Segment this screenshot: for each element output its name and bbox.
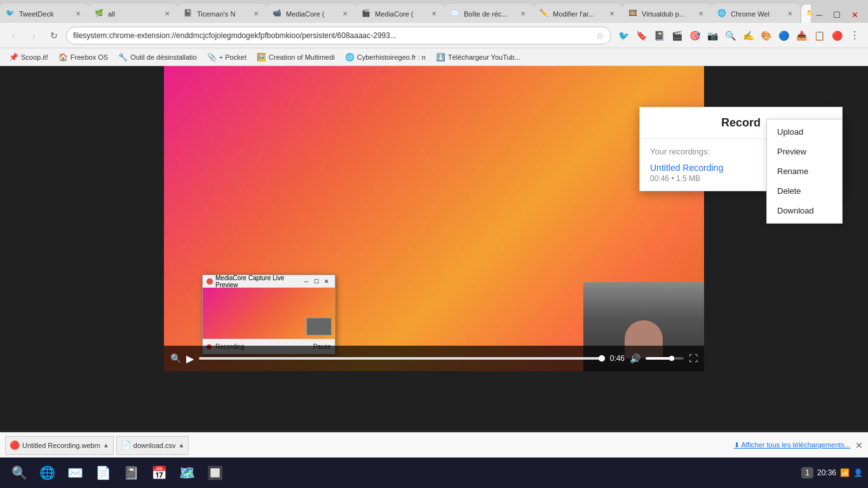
context-delete[interactable]: Delete	[767, 181, 842, 201]
bookmark-star-icon[interactable]: ☆	[596, 30, 604, 41]
extension-icon-11[interactable]: 📥	[793, 27, 810, 44]
tab-mediacore1[interactable]: 📹 MediaCore ( ✕	[267, 4, 356, 23]
tab-chromewel[interactable]: 🌐 Chrome Wel ✕	[712, 4, 801, 23]
bookmark-cyber[interactable]: 🌐 Cyberhistoiregeo.fr : n	[341, 51, 430, 63]
close-button[interactable]: ✕	[846, 6, 863, 23]
preview-close-dot[interactable]	[207, 278, 213, 285]
tab-close-all[interactable]: ✕	[162, 9, 172, 19]
tab-mediacore2[interactable]: 🎬 MediaCore ( ✕	[356, 4, 445, 23]
recording-meta: 00:46 • 1.5 MB	[650, 174, 723, 183]
taskbar-other[interactable]: 🔲	[202, 460, 227, 485]
bookmark-label-scoopit: Scoop.it!	[21, 53, 48, 61]
modifier-favicon: ✏️	[539, 9, 550, 19]
extension-icon-12[interactable]: 📋	[811, 27, 827, 44]
show-all-downloads-link[interactable]: ⬇ Afficher tous les téléchargements...	[734, 441, 850, 449]
bookmark-freebox[interactable]: 🏠 Freebox OS	[55, 51, 112, 63]
tab-close-modifier[interactable]: ✕	[607, 9, 617, 19]
tab-all[interactable]: 🌿 all ✕	[89, 4, 178, 23]
extension-icon-4[interactable]: 🎬	[668, 27, 685, 44]
more-button[interactable]: ⋮	[846, 27, 863, 44]
preview-content	[203, 288, 335, 339]
tab-bar: 🐦 TweetDeck ✕ 🌿 all ✕ 📓 Ticeman's N ✕ 📹 …	[0, 0, 868, 23]
volume-button[interactable]: 🔊	[630, 353, 641, 363]
extension-icon-10[interactable]: 🔵	[775, 27, 792, 44]
extension-icon-8[interactable]: ✍️	[740, 27, 756, 44]
video-controls: 🔍 ▶ 0:46 🔊 ⛶	[164, 346, 704, 371]
context-download[interactable]: Download	[767, 201, 842, 220]
preview-close-btn[interactable]: ✕	[322, 277, 331, 286]
context-upload[interactable]: Upload	[767, 122, 842, 142]
taskbar-onenote[interactable]: 📓	[118, 460, 144, 485]
bookmark-pocket[interactable]: 📎 + Pocket	[203, 51, 250, 63]
extension-icon-13[interactable]: 🔴	[829, 27, 845, 44]
bookmarks-bar: 📌 Scoop.it! 🏠 Freebox OS 🔧 Outil de dési…	[0, 48, 868, 66]
extension-icon-5[interactable]: 🎯	[686, 27, 703, 44]
taskbar-maps[interactable]: 🗺️	[174, 460, 200, 485]
address-bar[interactable]: filesystem:chrome-extension://enddmcjcfo…	[66, 27, 611, 44]
recording-info: Untitled Recording 00:46 • 1.5 MB	[650, 163, 723, 183]
volume-bar[interactable]	[646, 357, 684, 360]
bookmark-label-cyber: Cyberhistoiregeo.fr : n	[357, 53, 426, 61]
taskbar-user-icon[interactable]: 👤	[853, 468, 863, 477]
tab-gmail[interactable]: ✉️ Boîte de réc... ✕	[445, 4, 534, 23]
extension-icon-7[interactable]: 🔍	[722, 27, 738, 44]
ticeman-favicon: 📓	[184, 9, 194, 19]
bookmark-label-youtube: Téléchargeur YouTub...	[448, 53, 520, 61]
taskbar-gmail[interactable]: ✉️	[62, 460, 88, 485]
preview-window-buttons: ─ ☐ ✕	[302, 277, 331, 286]
bookmark-creation[interactable]: 🖼️ Creation of Multimedi	[253, 51, 339, 63]
tab-close-tweetdeck[interactable]: ✕	[73, 9, 83, 19]
extension-icon-6[interactable]: 📷	[704, 27, 721, 44]
play-button[interactable]: ▶	[186, 353, 194, 365]
download-item-webm[interactable]: 🔴 Untitled Recording.webm ▲	[5, 436, 114, 455]
back-button[interactable]: ‹	[5, 27, 22, 44]
preview-minimize-btn[interactable]: ─	[302, 277, 311, 286]
download-csv-arrow[interactable]: ▲	[178, 442, 184, 449]
downloads-bar-close[interactable]: ✕	[855, 440, 863, 451]
taskbar-search[interactable]: 🔍	[6, 460, 32, 485]
tab-close-mediacore2[interactable]: ✕	[429, 9, 439, 19]
context-preview[interactable]: Preview	[767, 142, 842, 161]
preview-title-text: MediaCore Capture Live Preview	[215, 274, 302, 288]
tab-tweetdeck[interactable]: 🐦 TweetDeck ✕	[0, 4, 89, 23]
forward-button[interactable]: ›	[25, 27, 42, 44]
tab-close-gmail[interactable]: ✕	[518, 9, 528, 19]
tab-close-mediacore1[interactable]: ✕	[340, 9, 350, 19]
download-item-csv[interactable]: 📄 download.csv ▲	[116, 436, 189, 455]
bookmark-outil[interactable]: 🔧 Outil de désinstallatio	[114, 51, 201, 63]
extension-icon-9[interactable]: 🎨	[757, 27, 774, 44]
tab-title-modifier: Modifier l'ar...	[553, 10, 607, 18]
creation-icon: 🖼️	[257, 53, 266, 62]
bookmark-scoopit[interactable]: 📌 Scoop.it!	[5, 51, 52, 63]
extension-icon-2[interactable]: 🔖	[633, 27, 649, 44]
progress-bar[interactable]	[199, 357, 605, 360]
tab-close-ticeman[interactable]: ✕	[251, 9, 261, 19]
recording-link[interactable]: Untitled Recording	[650, 163, 723, 173]
tab-virtualdub[interactable]: 🎞️ Virtualdub p... ✕	[623, 4, 712, 23]
taskbar-docs[interactable]: 📄	[90, 460, 116, 485]
downloads-bar: 🔴 Untitled Recording.webm ▲ 📄 download.c…	[0, 432, 868, 458]
bookmark-label-outil: Outil de désinstallatio	[130, 53, 197, 61]
tab-close-chromewel[interactable]: ✕	[785, 9, 795, 19]
tab-close-virtualdub[interactable]: ✕	[696, 9, 706, 19]
reload-button[interactable]: ↻	[46, 27, 62, 44]
extension-icon-1[interactable]: 🐦	[615, 27, 632, 44]
gmail-favicon: ✉️	[451, 9, 461, 19]
download-webm-arrow[interactable]: ▲	[103, 442, 109, 449]
maximize-button[interactable]: ☐	[829, 6, 845, 23]
address-text: filesystem:chrome-extension://enddmcjcfo…	[73, 31, 596, 40]
live-preview-window[interactable]: MediaCore Capture Live Preview ─ ☐ ✕ Rec…	[202, 274, 336, 355]
taskbar-keep[interactable]: 📅	[146, 460, 172, 485]
minimize-button[interactable]: ─	[811, 6, 827, 23]
video-search-button[interactable]: 🔍	[170, 353, 181, 363]
tab-filesystem[interactable]: 📁 filesystem:c... ✕	[801, 4, 811, 23]
fullscreen-button[interactable]: ⛶	[689, 353, 698, 363]
extension-icon-3[interactable]: 📓	[651, 27, 667, 44]
preview-maximize-btn[interactable]: ☐	[312, 277, 321, 286]
tab-ticeman[interactable]: 📓 Ticeman's N ✕	[178, 4, 267, 23]
freebox-icon: 🏠	[58, 53, 68, 62]
bookmark-youtube[interactable]: ⬇️ Téléchargeur YouTub...	[432, 51, 524, 63]
tab-modifier[interactable]: ✏️ Modifier l'ar... ✕	[534, 4, 623, 23]
taskbar-chrome[interactable]: 🌐	[34, 460, 60, 485]
context-rename[interactable]: Rename	[767, 161, 842, 181]
